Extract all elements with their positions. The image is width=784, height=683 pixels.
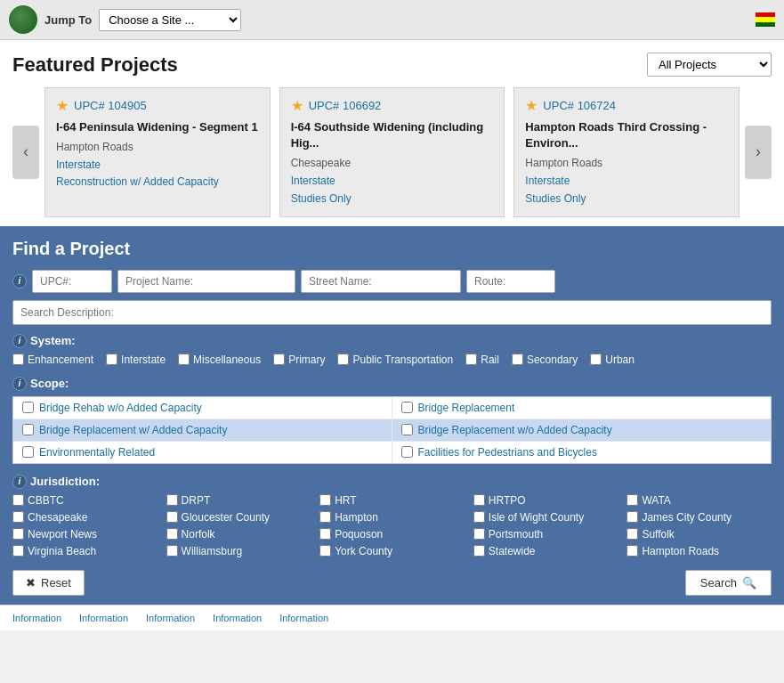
- featured-section: Featured Projects All Projects Hampton R…: [0, 40, 784, 226]
- upc-link[interactable]: UPC# 106724: [543, 99, 616, 112]
- jurisdiction-gloucester[interactable]: Gloucester County: [166, 511, 311, 524]
- jurisdiction-james-city[interactable]: James City County: [626, 511, 772, 524]
- footer-link[interactable]: Information: [12, 613, 61, 623]
- suffolk-checkbox[interactable]: [626, 528, 638, 540]
- system-checkbox-public-transportation[interactable]: Public Transportation: [337, 354, 453, 366]
- jurisdiction-wata[interactable]: WATA: [626, 494, 772, 507]
- tag-link[interactable]: Interstate: [56, 157, 259, 174]
- street-name-input[interactable]: [301, 270, 461, 293]
- interstate-checkbox[interactable]: [106, 354, 117, 365]
- jurisdiction-hrt[interactable]: HRT: [319, 494, 465, 507]
- system-checkbox-rail[interactable]: Rail: [465, 354, 499, 366]
- upc-link[interactable]: UPC# 104905: [74, 99, 147, 112]
- system-checkbox-secondary[interactable]: Secondary: [512, 354, 578, 366]
- hrtpo-checkbox[interactable]: [473, 494, 485, 506]
- chesapeake-checkbox[interactable]: [12, 511, 24, 523]
- drpt-checkbox[interactable]: [166, 494, 178, 506]
- tag-link[interactable]: Reconstruction w/ Added Capacity: [56, 174, 259, 191]
- williamsburg-checkbox[interactable]: [166, 545, 178, 557]
- public-transportation-checkbox[interactable]: [337, 354, 349, 365]
- poquoson-checkbox[interactable]: [319, 528, 331, 540]
- jurisdiction-portsmouth[interactable]: Portsmouth: [473, 528, 618, 541]
- project-name-input[interactable]: [117, 270, 295, 293]
- scope-cell: Environmentally Related: [13, 442, 392, 463]
- tag-link[interactable]: Interstate: [525, 173, 728, 190]
- search-button[interactable]: Search 🔍: [685, 570, 772, 596]
- reset-button[interactable]: ✖ Reset: [12, 570, 85, 596]
- urban-checkbox[interactable]: [590, 354, 602, 365]
- scope-container[interactable]: Bridge Rehab w/o Added Capacity Bridge R…: [12, 396, 772, 464]
- jurisdiction-virginia-beach[interactable]: Virginia Beach: [12, 545, 158, 557]
- scope-checkbox[interactable]: [22, 424, 34, 435]
- card-location: Chesapeake: [291, 157, 494, 169]
- jurisdiction-newport-news[interactable]: Newport News: [12, 528, 158, 541]
- system-checkbox-miscellaneous[interactable]: Miscellaneous: [178, 354, 261, 366]
- footer-link[interactable]: Information: [146, 613, 195, 623]
- jurisdiction-norfolk[interactable]: Norfolk: [166, 528, 311, 541]
- enhancement-checkbox[interactable]: [12, 354, 24, 365]
- miscellaneous-checkbox[interactable]: [178, 354, 190, 365]
- info-icon: i: [12, 334, 27, 348]
- footer-link[interactable]: Information: [79, 613, 128, 623]
- footer-link[interactable]: Information: [279, 613, 328, 623]
- upc-input[interactable]: [32, 270, 112, 293]
- system-checkbox-primary[interactable]: Primary: [273, 354, 325, 366]
- scope-checkbox[interactable]: [22, 446, 34, 458]
- scope-checkbox[interactable]: [401, 402, 413, 413]
- carousel-prev-button[interactable]: ‹: [12, 126, 39, 179]
- gloucester-checkbox[interactable]: [166, 511, 178, 523]
- tag-link[interactable]: Studies Only: [525, 191, 728, 207]
- norfolk-checkbox[interactable]: [166, 528, 178, 540]
- scope-checkbox[interactable]: [401, 446, 413, 458]
- wata-checkbox[interactable]: [626, 494, 638, 506]
- route-input[interactable]: [466, 270, 555, 293]
- scope-row-highlighted: Bridge Replacement w/ Added Capacity Bri…: [13, 419, 771, 442]
- all-projects-filter[interactable]: All Projects Hampton Roads Northern Virg…: [647, 53, 772, 77]
- statewide-checkbox[interactable]: [473, 545, 485, 557]
- virginia-beach-checkbox[interactable]: [12, 545, 24, 557]
- info-icon: i: [12, 377, 27, 391]
- jurisdiction-col-1: CBBTC Chesapeake Newport News Virginia B…: [12, 494, 158, 557]
- system-checkbox-enhancement[interactable]: Enhancement: [12, 354, 93, 366]
- rail-checkbox[interactable]: [465, 354, 477, 365]
- york-county-checkbox[interactable]: [319, 545, 331, 557]
- jurisdiction-cbbtc[interactable]: CBBTC: [12, 494, 158, 507]
- jurisdiction-hampton[interactable]: Hampton: [319, 511, 465, 524]
- jurisdiction-hrtpo[interactable]: HRTPO: [473, 494, 618, 507]
- jurisdiction-chesapeake[interactable]: Chesapeake: [12, 511, 158, 524]
- jurisdiction-york-county[interactable]: York County: [319, 545, 465, 557]
- james-city-checkbox[interactable]: [626, 511, 638, 523]
- tag-link[interactable]: Interstate: [291, 173, 494, 190]
- tag-link[interactable]: Studies Only: [291, 191, 494, 207]
- hampton-roads-checkbox[interactable]: [626, 545, 638, 557]
- scope-checkbox[interactable]: [22, 402, 34, 413]
- jurisdiction-statewide[interactable]: Statewide: [473, 545, 618, 557]
- cbbtc-checkbox[interactable]: [12, 494, 24, 506]
- jurisdiction-poquoson[interactable]: Poquoson: [319, 528, 465, 541]
- jurisdiction-isle-of-wight[interactable]: Isle of Wight County: [473, 511, 618, 524]
- card-tags: Interstate Reconstruction w/ Added Capac…: [56, 157, 259, 191]
- system-checkbox-urban[interactable]: Urban: [590, 354, 634, 366]
- jurisdiction-hampton-roads[interactable]: Hampton Roads: [626, 545, 772, 557]
- carousel-next-button[interactable]: ›: [745, 126, 772, 179]
- site-select[interactable]: Choose a Site ... Hampton Roads Northern…: [99, 9, 241, 31]
- jurisdiction-williamsburg[interactable]: Williamsburg: [166, 545, 311, 557]
- scope-cell: Bridge Replacement w/ Added Capacity: [13, 419, 392, 441]
- newport-news-checkbox[interactable]: [12, 528, 24, 540]
- scope-checkbox[interactable]: [401, 424, 413, 435]
- hampton-checkbox[interactable]: [319, 511, 331, 523]
- jurisdiction-drpt[interactable]: DRPT: [166, 494, 311, 507]
- portsmouth-checkbox[interactable]: [473, 528, 485, 540]
- info-icon: i: [12, 475, 27, 489]
- system-checkbox-interstate[interactable]: Interstate: [106, 354, 166, 366]
- jurisdiction-suffolk[interactable]: Suffolk: [626, 528, 772, 541]
- jurisdiction-col-5: WATA James City County Suffolk Hampton R…: [626, 494, 772, 557]
- secondary-checkbox[interactable]: [512, 354, 523, 365]
- upc-link[interactable]: UPC# 106692: [309, 99, 382, 112]
- footer-link[interactable]: Information: [213, 613, 262, 623]
- primary-checkbox[interactable]: [273, 354, 285, 365]
- description-input[interactable]: [12, 300, 772, 325]
- isle-of-wight-checkbox[interactable]: [473, 511, 485, 523]
- card-title: I-64 Southside Widening (including Hig..…: [291, 119, 494, 151]
- hrt-checkbox[interactable]: [319, 494, 331, 506]
